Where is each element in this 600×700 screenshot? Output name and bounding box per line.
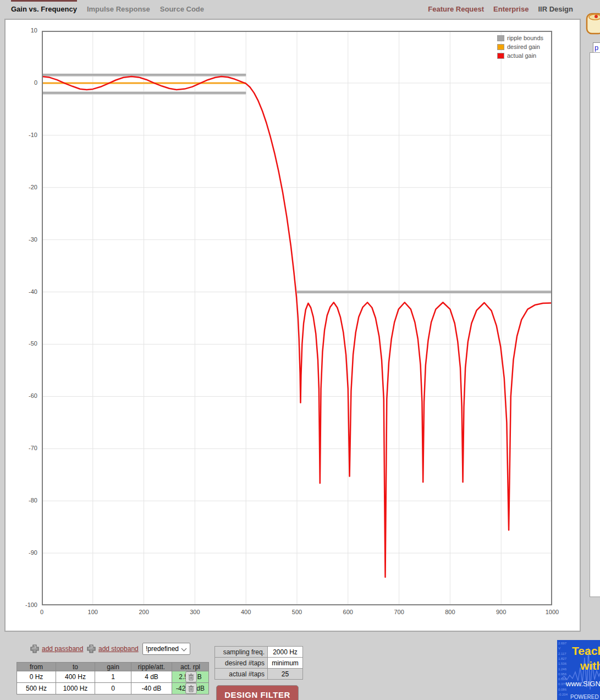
y-tick-label: -50	[16, 340, 37, 347]
banner-axis-value: 0.376	[558, 682, 566, 687]
banner-axis-value: -0.204	[558, 692, 568, 697]
x-tick-label: 100	[82, 609, 104, 615]
stopband-to-input[interactable]	[56, 683, 95, 694]
sampling-freq-label: sampling freq.	[215, 647, 268, 658]
banner-title-line1: Teach	[572, 644, 600, 658]
link-enterprise[interactable]: Enterprise	[493, 0, 529, 13]
x-tick-label: 0	[31, 609, 53, 615]
legend-item: desired gain	[497, 42, 543, 51]
tab-source-code[interactable]: Source Code	[160, 0, 204, 13]
y-tick-label: -80	[16, 497, 37, 504]
legend-label: actual gain	[507, 52, 536, 59]
y-tick-label: -40	[16, 288, 37, 295]
legend-swatch	[497, 53, 504, 59]
x-tick-label: 400	[235, 609, 257, 615]
y-tick-label: -90	[16, 549, 37, 556]
delete-passband-button[interactable]	[185, 671, 197, 682]
ad-banner[interactable]: 2.697V2.1171.8271.5361.2460.9560.6660.37…	[557, 640, 600, 700]
y-tick-label: -100	[16, 601, 37, 608]
delete-stopband-button[interactable]	[185, 683, 197, 694]
link-feature-request[interactable]: Feature Request	[428, 0, 484, 13]
tab-impulse-response[interactable]: Impulse Response	[87, 0, 150, 13]
main-tabs: Gain vs. Frequency Impulse Response Sour…	[11, 0, 204, 13]
col-header-to: to	[56, 663, 95, 671]
banner-axis-value: 1.827	[558, 657, 566, 661]
link-iir-design[interactable]: IIR Design	[538, 0, 573, 13]
x-tick-label: 900	[490, 609, 512, 615]
design-filter-button[interactable]: DESIGN FILTER	[216, 685, 299, 700]
trash-icon	[188, 674, 194, 681]
legend-item: ripple bounds	[497, 34, 543, 42]
desired-taps-row: desired #taps	[215, 658, 303, 669]
legend-label: ripple bounds	[507, 35, 543, 41]
tfilter-app: Gain vs. Frequency Impulse Response Sour…	[0, 0, 600, 700]
stopband-row: -42.13 dB	[17, 683, 209, 694]
y-tick-label: -20	[16, 184, 37, 190]
sampling-freq-row: sampling freq.	[215, 647, 303, 658]
y-tick-label: -30	[16, 236, 37, 243]
sampling-freq-input[interactable]	[271, 647, 300, 657]
stopband-ripple-input[interactable]	[131, 683, 172, 694]
banner-axis-value: 2.697	[558, 641, 566, 646]
passband-to-input[interactable]	[56, 671, 95, 682]
col-header-gain: gain	[95, 663, 131, 671]
actual-taps-label: actual #taps	[215, 669, 268, 680]
stopband-from-input[interactable]	[17, 683, 56, 694]
predefined-select-value: !predefined	[146, 645, 179, 653]
x-tick-label: 200	[133, 609, 155, 615]
add-stopband-link[interactable]: add stopband	[98, 645, 139, 653]
y-tick-label: -10	[16, 132, 37, 138]
bands-table: from to gain ripple/att. act. rpl 2.53 d…	[16, 662, 209, 694]
top-links: Feature Request Enterprise IIR Design	[428, 0, 573, 13]
predefined-select[interactable]: !predefined	[142, 643, 190, 655]
legend-label: desired gain	[507, 43, 540, 50]
actual-taps-row: actual #taps 25	[215, 669, 303, 680]
tab-gain-vs-frequency[interactable]: Gain vs. Frequency	[11, 0, 77, 13]
x-tick-label: 600	[337, 609, 359, 615]
legend-swatch	[497, 35, 504, 41]
y-tick-label: 0	[16, 79, 37, 86]
banner-axis-value: 2.117	[558, 652, 566, 657]
banner-axis-value: 0.956	[558, 672, 566, 677]
banner-url[interactable]: www.SIGN	[566, 680, 600, 688]
legend-item: actual gain	[497, 51, 543, 60]
banner-powered-text: POWERED	[570, 694, 599, 700]
x-tick-label: 1000	[541, 609, 563, 615]
bands-table-header-row: from to gain ripple/att. act. rpl	[17, 663, 209, 671]
col-header-act-rpl: act. rpl	[172, 663, 209, 671]
add-passband-plus-icon[interactable]	[30, 644, 39, 653]
y-tick-label: 10	[16, 27, 37, 34]
top-tab-bar: Gain vs. Frequency Impulse Response Sour…	[0, 0, 600, 19]
passband-row: 2.53 dB	[17, 671, 209, 683]
gain-frequency-plot	[42, 31, 552, 605]
desired-taps-input[interactable]	[271, 658, 300, 668]
side-panel	[590, 52, 600, 597]
y-tick-label: -60	[16, 392, 37, 399]
add-passband-link[interactable]: add passband	[42, 645, 83, 653]
passband-ripple-input[interactable]	[131, 671, 172, 682]
x-tick-label: 800	[439, 609, 461, 615]
banner-title-line2: with	[580, 659, 600, 672]
desired-taps-label: desired #taps	[215, 658, 268, 669]
y-tick-label: -70	[16, 445, 37, 451]
passband-gain-input[interactable]	[95, 671, 131, 682]
actual-taps-value: 25	[268, 669, 303, 680]
col-header-from: from	[17, 663, 56, 671]
side-partial-input[interactable]: p	[593, 42, 600, 53]
stopband-gain-input[interactable]	[95, 683, 131, 694]
chart-legend: ripple boundsdesired gainactual gain	[497, 34, 543, 60]
scroll-icon[interactable]	[585, 12, 600, 35]
legend-swatch	[497, 44, 504, 50]
add-stopband-plus-icon[interactable]	[87, 644, 96, 653]
x-tick-label: 700	[388, 609, 410, 615]
chevron-down-icon	[181, 646, 187, 652]
passband-from-input[interactable]	[17, 671, 56, 682]
col-header-ripple: ripple/att.	[131, 663, 172, 671]
banner-axis-value: 0.666	[558, 677, 566, 682]
banner-axis-value: 1.246	[558, 667, 566, 672]
banner-axis-value: 1.536	[558, 661, 566, 666]
x-tick-label: 500	[286, 609, 308, 615]
filter-params-table: sampling freq. desired #taps actual #tap…	[214, 646, 303, 680]
banner-axis-value: 0.086	[558, 687, 566, 692]
x-tick-label: 300	[184, 609, 206, 615]
